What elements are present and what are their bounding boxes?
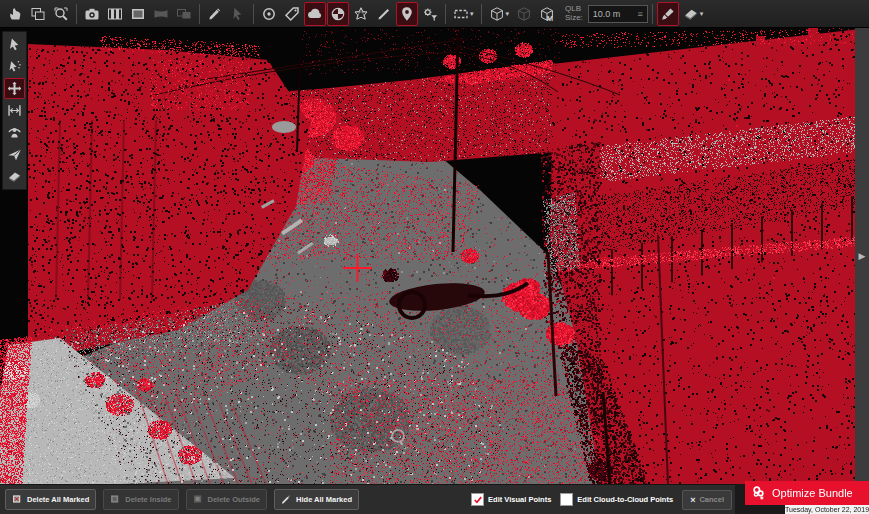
split-view-icon: [107, 6, 123, 22]
brush-icon: [660, 6, 676, 22]
close-icon: ×: [690, 495, 695, 505]
delete-outside-icon: [193, 494, 204, 505]
toolbar-button-zoom-region[interactable]: [50, 2, 72, 26]
chevron-down-icon: ▾: [506, 10, 510, 18]
eraser-icon: [7, 169, 22, 184]
toolbar-button-cube-outline[interactable]: [513, 2, 535, 26]
svg-text:M: M: [547, 14, 554, 22]
edit-visual-points-checkbox[interactable]: Edit Visual Points: [471, 493, 551, 506]
pen-icon: [376, 6, 392, 22]
cube-icon: [489, 6, 505, 22]
multi-select-cursor-icon: [7, 59, 22, 74]
toolbar-button-pan-tool[interactable]: [4, 2, 26, 26]
pan-tool-icon: [7, 6, 23, 22]
toolbar-button-cascade-windows[interactable]: [27, 2, 49, 26]
panorama-icon: [153, 6, 169, 22]
image-icon: [130, 6, 146, 22]
optimize-bundle-label: Optimize Bundle: [772, 487, 853, 499]
point-cloud-viewport[interactable]: [0, 28, 869, 484]
select-cursor-icon: [7, 37, 22, 52]
lefttool-eraser[interactable]: [4, 166, 25, 187]
spinner-icon: ≡: [638, 9, 643, 19]
toolbar-separator: [76, 4, 77, 24]
toolbar-button-cloud[interactable]: [304, 2, 326, 26]
fly-icon: [7, 147, 22, 162]
chevron-down-icon: ▾: [470, 10, 474, 18]
toolbar-button-gallery[interactable]: [173, 2, 195, 26]
lefttool-orbit-view[interactable]: [4, 122, 25, 143]
location-pin-icon: [399, 6, 415, 22]
sphere-icon: [330, 6, 346, 22]
toolbar-button-panorama[interactable]: [150, 2, 172, 26]
edit-cloud-to-cloud-points-checkbox[interactable]: Edit Cloud-to-Cloud Points: [560, 493, 673, 506]
toolbar-button-cube-m[interactable]: M: [536, 2, 558, 26]
toolbar-button-image[interactable]: [127, 2, 149, 26]
delete-all-marked-button[interactable]: Delete All Marked: [5, 489, 96, 510]
qlb-size-combo[interactable]: 10.0 m≡: [588, 5, 648, 23]
measure-pen-icon: [207, 6, 223, 22]
eraser-icon: [683, 6, 699, 22]
zoom-region-icon: [53, 6, 69, 22]
rect-select-icon: [453, 6, 469, 22]
application-window: ▾▾MQLBSize:10.0 m≡▾ ▶ Delete All MarkedD…: [0, 0, 869, 514]
toolbar-button-eraser[interactable]: ▾: [680, 2, 707, 26]
target-icon: [261, 6, 277, 22]
toolbar-button-cursor-snap[interactable]: [227, 2, 249, 26]
bundle-icon: [751, 485, 767, 501]
hide-all-marked-button[interactable]: Hide All Marked: [274, 489, 359, 510]
date-tooltip: Tuesday, October 22, 2019: [785, 505, 869, 514]
lefttool-fly[interactable]: [4, 144, 25, 165]
cube-m-icon: M: [539, 6, 555, 22]
tag-icon: [284, 6, 300, 22]
expand-panel-icon: ▶: [859, 251, 866, 261]
toolbar-button-measure-pen[interactable]: [204, 2, 226, 26]
cube-outline-icon: [516, 6, 532, 22]
toolbar-button-sphere[interactable]: [327, 2, 349, 26]
toolbar-button-brush[interactable]: [657, 2, 679, 26]
cursor-snap-icon: [230, 6, 246, 22]
toolbar-button-pen[interactable]: [373, 2, 395, 26]
lefttool-multi-select-cursor[interactable]: [4, 56, 25, 77]
qlb-size-label: QLBSize:: [565, 5, 583, 22]
orbit-view-icon: [7, 125, 22, 140]
lefttool-range-measure[interactable]: [4, 100, 25, 121]
lefttool-pan-move[interactable]: [4, 78, 25, 99]
toolbar-button-cube[interactable]: ▾: [486, 2, 513, 26]
toolbar-button-split-view[interactable]: [104, 2, 126, 26]
right-panel-collapsed[interactable]: ▶: [855, 28, 869, 484]
toolbar-separator: [652, 4, 653, 24]
chevron-down-icon: ▾: [700, 10, 704, 18]
toolbar-button-tag[interactable]: [281, 2, 303, 26]
toolbar-button-target[interactable]: [258, 2, 280, 26]
cancel-button[interactable]: ×Cancel: [682, 490, 732, 510]
toolbar-button-location-pin[interactable]: [396, 2, 418, 26]
toolbar-separator: [481, 4, 482, 24]
toolbar-separator: [253, 4, 254, 24]
toolbar-button-camera[interactable]: [81, 2, 103, 26]
delete-outside-button[interactable]: Delete Outside: [186, 489, 268, 510]
delete-inside-icon: [110, 494, 121, 505]
top-toolbar: ▾▾MQLBSize:10.0 m≡▾: [0, 0, 869, 28]
hide-all-marked-icon: [281, 494, 292, 505]
cascade-windows-icon: [30, 6, 46, 22]
range-measure-icon: [7, 103, 22, 118]
gallery-icon: [176, 6, 192, 22]
optimize-bundle-button[interactable]: Optimize Bundle: [745, 481, 869, 505]
toolbar-separator: [199, 4, 200, 24]
delete-inside-button[interactable]: Delete Inside: [103, 489, 178, 510]
gear-filter-icon: [422, 6, 438, 22]
toolbar-button-rect-select[interactable]: ▾: [450, 2, 477, 26]
toolbar-button-star-polygon[interactable]: [350, 2, 372, 26]
star-polygon-icon: [353, 6, 369, 22]
left-toolbar: [2, 31, 27, 190]
toolbar-separator: [445, 4, 446, 24]
pan-move-icon: [7, 81, 22, 96]
cloud-icon: [307, 6, 323, 22]
lefttool-select-cursor[interactable]: [4, 34, 25, 55]
delete-all-marked-icon: [12, 494, 23, 505]
camera-icon: [84, 6, 100, 22]
toolbar-button-gear-filter[interactable]: [419, 2, 441, 26]
